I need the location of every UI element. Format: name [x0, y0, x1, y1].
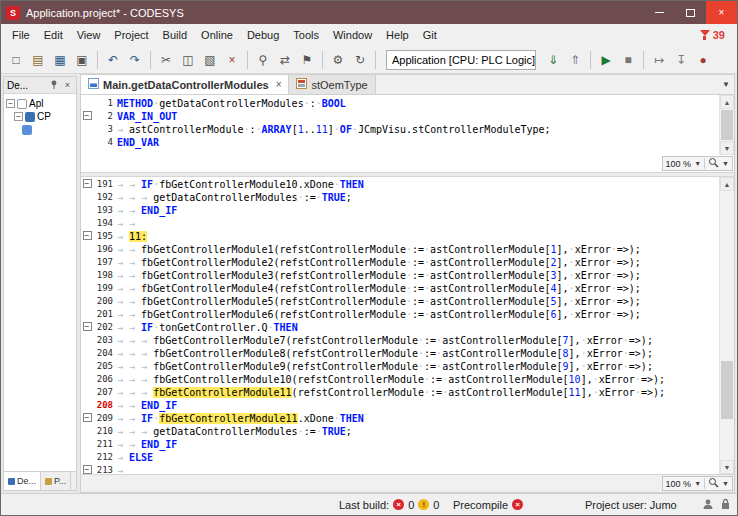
code-line[interactable]: 1METHOD·getDataControllerModules·:·BOOL: [81, 97, 734, 110]
toolbar-logout-button[interactable]: ⇑: [565, 50, 585, 70]
user-icon[interactable]: [702, 498, 714, 512]
tab-close-icon[interactable]: ×: [276, 79, 282, 90]
fold-marker-icon[interactable]: −: [83, 231, 92, 240]
implementation-pane[interactable]: −191→ → IF·fbGetControllerModule10.xDone…: [81, 177, 734, 474]
toolbar-stop-button[interactable]: ■: [618, 50, 638, 70]
scroll-up-icon[interactable]: ▲: [720, 95, 734, 109]
toolbar-login-button[interactable]: ⇓: [543, 50, 563, 70]
menu-item-git[interactable]: Git: [416, 26, 444, 44]
code-line[interactable]: 192→ → → getDataControllerModules·:=·TRU…: [81, 191, 734, 204]
declaration-pane[interactable]: 1METHOD·getDataControllerModules·:·BOOL−…: [81, 95, 734, 172]
tree-item[interactable]: [6, 123, 76, 136]
toolbar-print-button[interactable]: ▣: [72, 50, 92, 70]
magnifier-icon[interactable]: [708, 157, 719, 170]
menu-item-file[interactable]: File: [5, 26, 37, 44]
code-line[interactable]: 208→ → END_IF: [81, 399, 734, 412]
fold-marker-icon[interactable]: −: [83, 413, 92, 422]
menu-item-edit[interactable]: Edit: [37, 26, 70, 44]
code-line[interactable]: 200→ → fbGetControllerModule5(refstContr…: [81, 295, 734, 308]
code-line[interactable]: −191→ → IF·fbGetControllerModule10.xDone…: [81, 178, 734, 191]
code-line[interactable]: 201→ → fbGetControllerModule6(refstContr…: [81, 308, 734, 321]
menu-item-window[interactable]: Window: [326, 26, 379, 44]
tree-item[interactable]: −CP: [6, 110, 76, 123]
panel-tab-devices[interactable]: De...: [4, 472, 41, 490]
code-line[interactable]: 197→ → fbGetControllerModule2(refstContr…: [81, 256, 734, 269]
expander-icon[interactable]: −: [6, 99, 15, 108]
fold-marker-icon[interactable]: −: [83, 465, 92, 474]
code-line[interactable]: −2VAR_IN_OUT: [81, 110, 734, 123]
code-line[interactable]: 4END_VAR: [81, 136, 734, 149]
menu-item-project[interactable]: Project: [107, 26, 155, 44]
chevron-down-icon[interactable]: ▼: [722, 480, 729, 487]
implementation-scrollbar[interactable]: ▲ ▼: [719, 177, 734, 474]
code-line[interactable]: 199→ → fbGetControllerModule4(refstContr…: [81, 282, 734, 295]
toolbar-step-into-button[interactable]: ↧: [671, 50, 691, 70]
tree-item[interactable]: −Apl: [6, 97, 76, 110]
menu-item-help[interactable]: Help: [379, 26, 416, 44]
toolbar-save-button[interactable]: ▦: [50, 50, 70, 70]
active-application-combo[interactable]: Application [CPU: PLC Logic]▼: [386, 50, 536, 70]
code-line[interactable]: −202→ → IF·tonGetController.Q·THEN: [81, 321, 734, 334]
toolbar-rebuild-button[interactable]: ↻: [350, 50, 370, 70]
fold-marker-icon[interactable]: −: [83, 111, 92, 120]
code-line[interactable]: 207→ → → fbGetControllerModule11(refstCo…: [81, 386, 734, 399]
code-line[interactable]: −195→ 11:: [81, 230, 734, 243]
toolbar-paste-button[interactable]: ▧: [200, 50, 220, 70]
toolbar-find-button[interactable]: ⚲: [253, 50, 273, 70]
toolbar-cut-button[interactable]: ✂: [156, 50, 176, 70]
chevron-down-icon[interactable]: ▼: [694, 480, 701, 487]
code-line[interactable]: 203→ → → fbGetControllerModule7(refstCon…: [81, 334, 734, 347]
expander-icon[interactable]: −: [14, 112, 23, 121]
scrollbar-thumb[interactable]: [721, 110, 733, 140]
code-line[interactable]: −213→: [81, 464, 734, 474]
toolbar-step-over-button[interactable]: ↦: [649, 50, 669, 70]
toolbar-build-button[interactable]: ⚙: [328, 50, 348, 70]
close-button[interactable]: ×: [706, 1, 737, 24]
scroll-down-icon[interactable]: ▼: [720, 460, 734, 474]
fold-marker-icon[interactable]: −: [83, 179, 92, 188]
code-line[interactable]: 193→ → END_IF: [81, 204, 734, 217]
declaration-scrollbar[interactable]: ▲ ▼: [719, 95, 734, 155]
code-line[interactable]: −209→ → IF·fbGetControllerModule11.xDone…: [81, 412, 734, 425]
panel-close-icon[interactable]: ×: [62, 80, 73, 90]
chevron-down-icon[interactable]: ▼: [694, 160, 701, 167]
toolbar-start-button[interactable]: ▶: [596, 50, 616, 70]
declaration-zoom-control[interactable]: 100 % ▼ ▼: [662, 156, 733, 171]
toolbar-undo-button[interactable]: ↶: [103, 50, 123, 70]
menu-item-debug[interactable]: Debug: [240, 26, 286, 44]
code-line[interactable]: 211→ → END_IF: [81, 438, 734, 451]
magnifier-icon[interactable]: [708, 477, 719, 490]
toolbar-new-file-button[interactable]: □: [6, 50, 26, 70]
toolbar-bookmark-button[interactable]: ⚑: [297, 50, 317, 70]
toolbar-copy-button[interactable]: ◫: [178, 50, 198, 70]
editor-tab-stoemtype[interactable]: stOemType: [289, 75, 375, 94]
notification-area[interactable]: 39: [700, 29, 725, 41]
toolbar-delete-button[interactable]: ×: [222, 50, 242, 70]
chevron-down-icon[interactable]: ▼: [722, 160, 729, 167]
minimize-button[interactable]: [644, 1, 675, 24]
toolbar-open-project-button[interactable]: ▤: [28, 50, 48, 70]
tab-list-dropdown-icon[interactable]: ▼: [718, 80, 734, 89]
pin-icon[interactable]: [48, 80, 59, 91]
code-line[interactable]: 212→ ELSE: [81, 451, 734, 464]
menu-item-tools[interactable]: Tools: [286, 26, 326, 44]
code-line[interactable]: 3→ astControllerModule·:·ARRAY[1..11]·OF…: [81, 123, 734, 136]
scroll-down-icon[interactable]: ▼: [720, 141, 734, 155]
scroll-up-icon[interactable]: ▲: [720, 177, 734, 191]
toolbar-breakpoint-button[interactable]: ●: [693, 50, 713, 70]
menu-item-build[interactable]: Build: [156, 26, 194, 44]
toolbar-replace-button[interactable]: ⇄: [275, 50, 295, 70]
lock-icon[interactable]: [720, 498, 731, 512]
maximize-button[interactable]: [675, 1, 706, 24]
menu-item-online[interactable]: Online: [194, 26, 240, 44]
fold-marker-icon[interactable]: −: [83, 322, 92, 331]
toolbar-redo-button[interactable]: ↷: [125, 50, 145, 70]
implementation-zoom-control[interactable]: 100 % ▼ ▼: [662, 476, 733, 491]
panel-tab-pous[interactable]: P...: [41, 472, 71, 490]
menu-item-view[interactable]: View: [70, 26, 108, 44]
scrollbar-thumb[interactable]: [721, 361, 733, 419]
code-line[interactable]: 198→ → fbGetControllerModule3(refstContr…: [81, 269, 734, 282]
code-line[interactable]: 210→ → → getDataControllerModules·:=·TRU…: [81, 425, 734, 438]
code-line[interactable]: 204→ → → fbGetControllerModule8(refstCon…: [81, 347, 734, 360]
code-line[interactable]: 194→ →: [81, 217, 734, 230]
